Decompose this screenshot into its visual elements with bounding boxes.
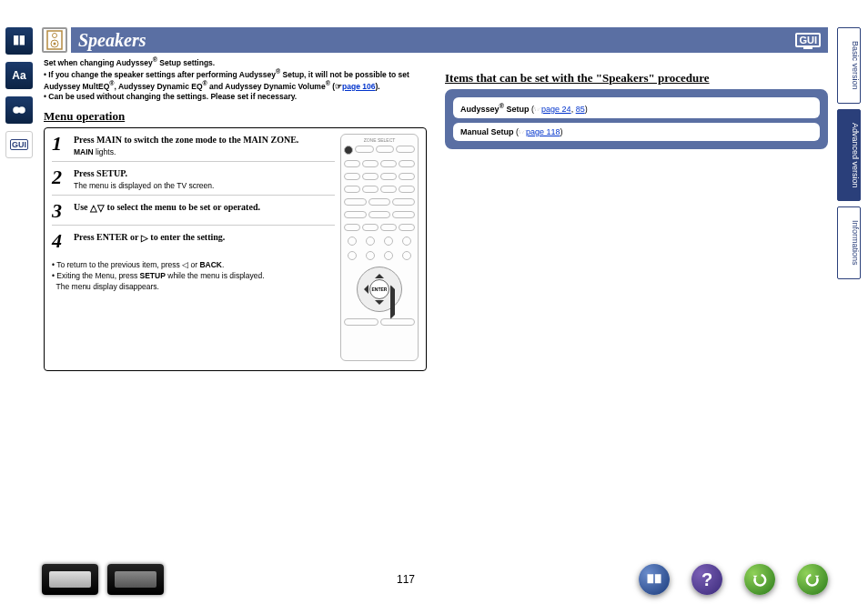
gui-sidebar-icon[interactable]: GUI [5,131,33,158]
page-85-link[interactable]: 85 [576,105,585,114]
page-118-link[interactable]: page 118 [526,127,560,136]
page-24-link[interactable]: page 24 [541,105,571,114]
footer-book-icon[interactable] [639,564,670,595]
tab-advanced-version[interactable]: Advanced version [837,109,861,202]
page-footer: 117 ? [42,561,828,598]
tab-basic-version[interactable]: Basic version [837,27,861,104]
right-tabs: Basic version Advanced version Informati… [837,27,861,285]
step-3: 3 Use △▽ to select the menu to be set or… [52,201,335,226]
svg-point-5 [54,43,56,45]
items-box: Audyssey® Setup (☞page 24, 85) Manual Se… [445,89,828,149]
step-2: 2 Press SETUP. The menu is displayed on … [52,167,335,196]
remote-diagram: ZONE SELECT ENTER [340,134,419,361]
setup-notes: Set when changing Audyssey® Setup settin… [44,56,427,102]
right-column: Items that can be set with the "Speakers… [445,56,828,371]
book-icon[interactable] [5,27,33,55]
aa-icon[interactable]: Aa [5,62,33,89]
tab-informations[interactable]: Informations [837,206,861,279]
remote-dpad: ENTER [357,267,402,312]
header-bar: Speakers GUI [71,27,828,53]
page-106-link[interactable]: page 106 [342,82,375,91]
items-heading: Items that can be set with the "Speakers… [445,71,828,86]
panel-footnotes: • To return to the previous item, press … [52,260,335,293]
step-1: 1 Press MAIN to switch the zone mode to … [52,134,335,162]
amplifier-back-button[interactable] [107,564,164,595]
svg-point-3 [53,34,57,38]
page-title: Speakers [78,30,146,51]
item-manual-setup[interactable]: Manual Setup (☞page 118) [453,123,820,141]
menu-panel: 1 Press MAIN to switch the zone mode to … [44,127,427,371]
step-4: 4 Press ENTER or ▷ to enter the setting. [52,231,335,255]
menu-operation-heading: Menu operation [44,109,427,124]
amplifier-front-button[interactable] [42,564,98,595]
mask-icon[interactable] [5,96,33,124]
gui-badge: GUI [795,33,821,47]
footer-help-icon[interactable]: ? [691,564,722,595]
speaker-icon [42,27,67,53]
page-number: 117 [173,573,639,586]
page-header: Speakers GUI [42,27,828,53]
footer-forward-icon[interactable] [797,564,828,595]
footer-back-icon[interactable] [744,564,775,595]
left-column: Set when changing Audyssey® Setup settin… [44,56,427,371]
left-sidebar: Aa GUI [5,27,35,166]
svg-point-1 [18,106,25,114]
item-audyssey-setup[interactable]: Audyssey® Setup (☞page 24, 85) [453,97,820,118]
